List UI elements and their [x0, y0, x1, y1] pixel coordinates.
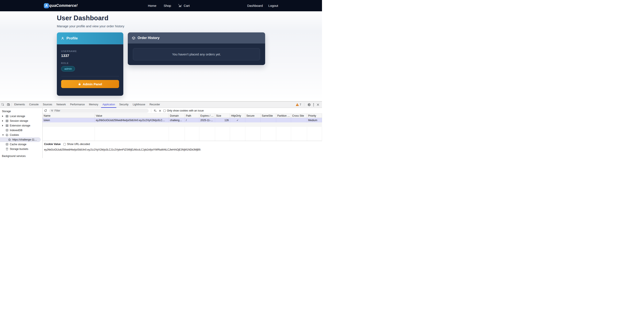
sidebar-item-extension-storage[interactable]: Extension storage [0, 123, 42, 128]
username-label: USERNAME [61, 50, 119, 52]
cell-samesite [261, 118, 276, 122]
sidebar-item-indexeddb[interactable]: IndexedDB [0, 128, 42, 133]
cell-path: / [185, 118, 199, 122]
warnings-button[interactable]: 7 [296, 103, 301, 106]
tab-recorder[interactable]: Recorder [147, 101, 162, 108]
cookies-pane: Only show cookies with an issue Name Val… [42, 108, 322, 158]
cookie-table-header: Name Value Domain Path Expires / … Size … [42, 114, 322, 118]
tab-sources[interactable]: Sources [41, 101, 54, 108]
col-header-httponly[interactable]: HttpOnly [230, 114, 245, 118]
page: A quaCommerce! Home Shop Cart Dashboard … [0, 0, 322, 158]
close-devtools-icon[interactable] [316, 103, 320, 106]
tab-memory[interactable]: Memory [87, 101, 100, 108]
only-issue-checkbox[interactable] [163, 110, 166, 112]
col-header-name[interactable]: Name [42, 114, 95, 118]
cell-crosssite [291, 118, 307, 122]
nav-link-logout[interactable]: Logout [268, 4, 278, 8]
toolbar-separator [151, 109, 151, 112]
cell-name: token [42, 118, 95, 122]
profile-card-header: Profile [57, 32, 123, 44]
col-header-value[interactable]: Value [95, 114, 169, 118]
table-grid-icon [6, 119, 8, 122]
col-header-expires[interactable]: Expires / … [199, 114, 215, 118]
cookie-row-token[interactable]: token eyJhbGciOiJub25lIiwidHlwIjoiSldUIn… [42, 118, 322, 122]
sidebar-item-cache-storage[interactable]: Cache storage [0, 142, 42, 147]
cookie-filter-input[interactable] [54, 109, 147, 112]
sidebar-item-label: IndexedDB [10, 129, 22, 132]
show-url-decoded-checkbox[interactable] [64, 143, 66, 145]
tab-elements[interactable]: Elements [12, 101, 27, 108]
warning-icon [296, 103, 299, 106]
empty-stripe-row [42, 122, 322, 127]
col-header-crosssite[interactable]: Cross Site [291, 114, 307, 118]
cookie-table: Name Value Domain Path Expires / … Size … [42, 114, 322, 141]
col-header-secure[interactable]: Secure [245, 114, 261, 118]
sidebar-item-local-storage[interactable]: Local storage [0, 114, 42, 118]
bucket-icon [6, 147, 8, 150]
tab-security[interactable]: Security [117, 101, 130, 108]
orders-empty-message: You haven't placed any orders yet. [172, 52, 221, 56]
profile-card: Profile USERNAME 1337 ROLE admin Admin P… [57, 32, 123, 96]
col-header-domain[interactable]: Domain [169, 114, 185, 118]
database-icon [6, 129, 8, 132]
col-header-partition[interactable]: Partition … [276, 114, 291, 118]
expand-arrow-icon[interactable] [2, 115, 4, 117]
storage-section-header: Storage [0, 109, 42, 114]
brand-logo-text: quaCommerce! [49, 4, 78, 8]
clear-filter-x-icon[interactable] [159, 109, 162, 112]
cell-size: 126 [215, 118, 230, 122]
col-header-priority[interactable]: Priority [307, 114, 322, 118]
device-toolbar-icon[interactable] [6, 101, 11, 108]
sidebar-item-label: Cookies [10, 133, 19, 136]
user-icon [61, 37, 64, 40]
tab-lighthouse[interactable]: Lighthouse [130, 101, 147, 108]
tab-network[interactable]: Network [54, 101, 68, 108]
sidebar-item-cookie-origin[interactable]: https://challenge-11… [0, 137, 41, 142]
settings-gear-icon[interactable] [307, 103, 311, 106]
admin-panel-label: Admin Panel [83, 82, 102, 86]
nav-link-dashboard[interactable]: Dashboard [247, 4, 263, 8]
warning-count: 7 [300, 103, 301, 106]
collapse-arrow-icon[interactable] [2, 134, 4, 136]
cell-priority: Medium [307, 118, 322, 122]
devtools-tabs: Elements Console Sources Network Perform… [12, 101, 162, 108]
tab-application[interactable]: Application [100, 101, 117, 108]
sidebar-item-label: Local storage [10, 115, 25, 118]
more-options-kebab-icon[interactable] [313, 103, 314, 106]
brand-logo[interactable]: A quaCommerce! [44, 3, 78, 8]
inspect-element-icon[interactable] [0, 101, 6, 108]
cookie-icon [6, 133, 8, 136]
tabbar-separator [12, 103, 12, 106]
nav-link-home[interactable]: Home [148, 4, 156, 8]
role-label: ROLE [61, 62, 119, 64]
nav-link-shop[interactable]: Shop [164, 4, 171, 8]
expand-arrow-icon[interactable] [2, 120, 4, 122]
devtools-tabbar: Elements Console Sources Network Perform… [0, 101, 322, 108]
col-header-samesite[interactable]: SameSite [261, 114, 276, 118]
nav-link-cart[interactable]: Cart [178, 4, 190, 8]
expand-arrow-icon[interactable] [2, 125, 4, 126]
cell-value: eyJhbGciOiJub25lIiwidHlwIjoiSldUIn0.eyJ1… [95, 118, 169, 122]
tab-console[interactable]: Console [27, 101, 41, 108]
clear-list-icon[interactable] [154, 109, 157, 112]
table-grid-icon [6, 124, 8, 127]
orders-empty-box: You haven't placed any orders yet. [133, 48, 260, 60]
brand-logo-icon: A [44, 3, 49, 8]
sidebar-item-storage-buckets[interactable]: Storage buckets [0, 147, 42, 151]
col-header-size[interactable]: Size [215, 114, 230, 118]
profile-card-title: Profile [66, 36, 78, 41]
sidebar-item-session-storage[interactable]: Session storage [0, 118, 42, 123]
filter-funnel-icon [51, 110, 53, 112]
admin-panel-button[interactable]: Admin Panel [61, 80, 119, 88]
sidebar-item-label: https://challenge-11… [12, 138, 37, 141]
cookie-value-preview: Cookie Value Show URL-decoded eyJhbGciOi… [42, 141, 322, 158]
order-history-header: Order History [128, 32, 265, 44]
tab-performance[interactable]: Performance [68, 101, 87, 108]
background-services-section-header: Background services [0, 154, 42, 158]
refresh-icon[interactable] [44, 109, 47, 112]
col-header-path[interactable]: Path [185, 114, 199, 118]
page-title: User Dashboard [57, 14, 322, 22]
sidebar-item-cookies[interactable]: Cookies [0, 133, 42, 137]
cookie-filter-field[interactable] [49, 109, 149, 113]
sidebar-item-label: Extension storage [10, 124, 30, 127]
